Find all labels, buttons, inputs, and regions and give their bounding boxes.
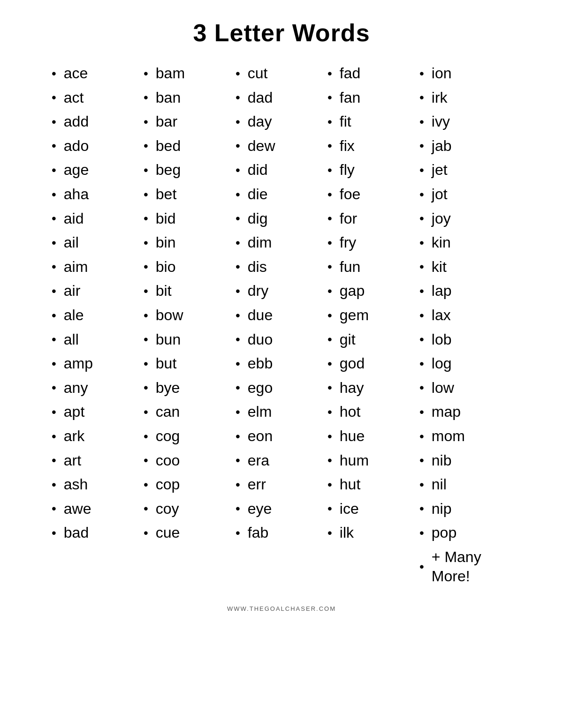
list-item: bid [144,209,236,229]
list-item: eon [236,427,327,446]
list-item: kit [419,257,511,277]
list-item: fly [327,160,419,180]
list-item: aim [52,257,144,277]
list-item: art [52,451,144,471]
list-item: ail [52,233,144,253]
list-item: log [419,354,511,374]
word-column-1: aceactaddadoageahaaidailaimairaleallampa… [52,64,144,591]
list-item: dry [236,281,327,301]
list-item: hut [327,475,419,495]
list-item: beg [144,160,236,180]
list-item: ado [52,136,144,156]
list-item: dew [236,136,327,156]
list-item: fix [327,136,419,156]
list-item: lap [419,281,511,301]
list-item: lob [419,330,511,350]
word-column-2: bambanbarbedbegbetbidbinbiobitbowbunbutb… [144,64,236,591]
list-item: hue [327,427,419,446]
list-item: duo [236,330,327,350]
list-item: bed [144,136,236,156]
list-item: bow [144,306,236,325]
list-item: nib [419,451,511,471]
list-item: aid [52,209,144,229]
list-item: air [52,281,144,301]
list-item: bun [144,330,236,350]
list-item: cop [144,475,236,495]
list-item: ace [52,64,144,83]
list-item: gem [327,306,419,325]
list-item: add [52,112,144,132]
list-item: coo [144,451,236,471]
list-item: hay [327,378,419,398]
list-item: can [144,402,236,422]
footer-url: WWW.THEGOALCHASER.COM [52,605,511,612]
list-item: bye [144,378,236,398]
list-item: dis [236,257,327,277]
list-item: fan [327,88,419,108]
list-item: ion [419,64,511,83]
list-item: ivy [419,112,511,132]
list-item: kin [419,233,511,253]
list-item: bar [144,112,236,132]
list-item: bet [144,185,236,204]
list-item: bad [52,523,144,543]
list-item: aha [52,185,144,204]
list-item: dad [236,88,327,108]
list-item: irk [419,88,511,108]
list-item: age [52,160,144,180]
list-item: joy [419,209,511,229]
list-item: all [52,330,144,350]
list-item: ban [144,88,236,108]
list-item: + Many More! [419,548,511,586]
page-container: 3 Letter Words aceactaddadoageahaaidaila… [23,0,540,626]
list-item: err [236,475,327,495]
list-item: bam [144,64,236,83]
list-item: ale [52,306,144,325]
list-item: bio [144,257,236,277]
list-item: cue [144,523,236,543]
list-item: hum [327,451,419,471]
list-item: foe [327,185,419,204]
list-item: ego [236,378,327,398]
list-item: coy [144,499,236,519]
list-item: jot [419,185,511,204]
list-item: for [327,209,419,229]
list-item: cog [144,427,236,446]
word-column-3: cutdaddaydewdiddiedigdimdisdrydueduoebbe… [236,64,327,591]
list-item: lax [419,306,511,325]
list-item: gap [327,281,419,301]
list-item: ilk [327,523,419,543]
list-item: hot [327,402,419,422]
list-item: did [236,160,327,180]
list-item: fad [327,64,419,83]
list-item: ebb [236,354,327,374]
list-item: ice [327,499,419,519]
word-column-5: ionirkivyjabjetjotjoykinkitlaplaxloblogl… [419,64,511,591]
list-item: die [236,185,327,204]
list-item: elm [236,402,327,422]
list-item: era [236,451,327,471]
list-item: low [419,378,511,398]
list-item: apt [52,402,144,422]
list-item: git [327,330,419,350]
list-item: fry [327,233,419,253]
list-item: ark [52,427,144,446]
word-column-4: fadfanfitfixflyfoeforfryfungapgemgitgodh… [327,64,419,591]
list-item: due [236,306,327,325]
list-item: but [144,354,236,374]
words-grid: aceactaddadoageahaaidailaimairaleallampa… [52,64,511,591]
list-item: fab [236,523,327,543]
list-item: nil [419,475,511,495]
list-item: mom [419,427,511,446]
list-item: nip [419,499,511,519]
list-item: bit [144,281,236,301]
list-item: dim [236,233,327,253]
list-item: any [52,378,144,398]
list-item: ash [52,475,144,495]
list-item: cut [236,64,327,83]
list-item: jet [419,160,511,180]
list-item: god [327,354,419,374]
list-item: amp [52,354,144,374]
list-item: dig [236,209,327,229]
list-item: awe [52,499,144,519]
